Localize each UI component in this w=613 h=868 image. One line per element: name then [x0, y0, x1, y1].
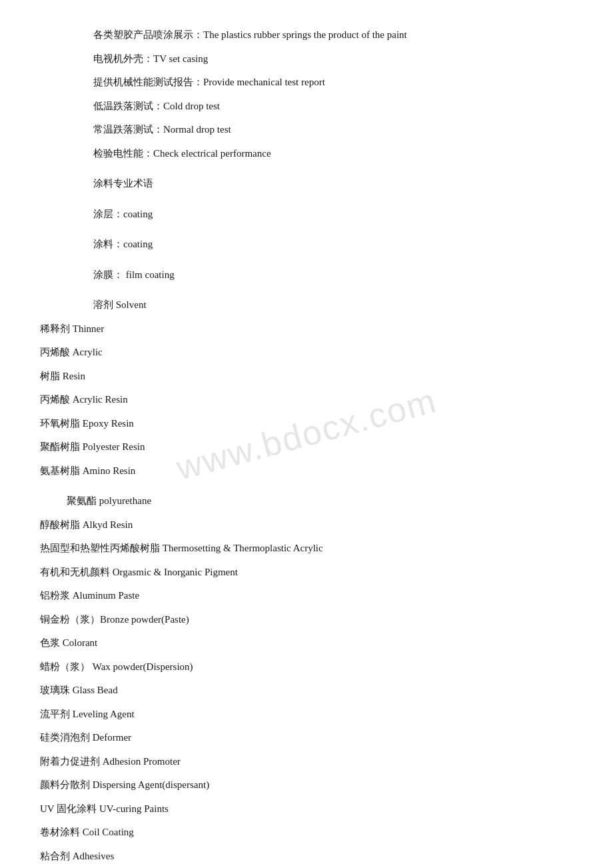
- content-line: 各类塑胶产品喷涂展示：The plastics rubber springs t…: [93, 27, 573, 44]
- content-line: 硅类消泡剂 Deformer: [40, 729, 573, 747]
- content-line: 提供机械性能测试报告：Provide mechanical test repor…: [93, 74, 573, 91]
- content-line: 丙烯酸 Acrylic: [40, 344, 573, 361]
- content-line: 树脂 Resin: [40, 368, 573, 385]
- content-line: 有机和无机颜料 Orgasmic & Inorganic Pigment: [40, 564, 573, 581]
- content-line: 涂料专业术语: [93, 175, 573, 193]
- content-line: 玻璃珠 Glass Bead: [40, 682, 573, 699]
- content-line: 聚氨酯 polyurethane: [67, 493, 573, 510]
- content-line: 卷材涂料 Coil Coating: [40, 824, 573, 841]
- content-line: 电视机外壳：TV set casing: [93, 51, 573, 68]
- content-line: UV 固化涂料 UV-curing Paints: [40, 801, 573, 818]
- content-line: 溶剂 Solvent: [93, 297, 573, 314]
- content-line: 稀释剂 Thinner: [40, 321, 573, 338]
- content-line: 铜金粉（浆）Bronze powder(Paste): [40, 611, 573, 629]
- content-line: 热固型和热塑性丙烯酸树脂 Thermosetting & Thermoplast…: [40, 540, 573, 557]
- content-line: 附着力促进剂 Adhesion Promoter: [40, 753, 573, 771]
- content-line: 低温跌落测试：Cold drop test: [93, 98, 573, 115]
- content-line: [40, 260, 573, 267]
- content-line: [40, 290, 573, 297]
- content-line: 色浆 Colorant: [40, 635, 573, 652]
- content-line: [40, 199, 573, 206]
- content-line: 粘合剂 Adhesives: [40, 848, 573, 865]
- content-line: 涂膜： film coating: [93, 267, 573, 284]
- content-line: 醇酸树脂 Alkyd Resin: [40, 517, 573, 534]
- content-line: [40, 169, 573, 175]
- content-line: 涂料：coating: [93, 236, 573, 253]
- content-line: 蜡粉（浆） Wax powder(Dispersion): [40, 659, 573, 676]
- content-line: 铝粉浆 Aluminum Paste: [40, 587, 573, 605]
- content-line: 环氧树脂 Epoxy Resin: [40, 415, 573, 433]
- content-line: 流平剂 Leveling Agent: [40, 706, 573, 723]
- content-line: 颜料分散剂 Dispersing Agent(dispersant): [40, 777, 573, 794]
- content-line: 氨基树脂 Amino Resin: [40, 463, 573, 480]
- content-line: 聚酯树脂 Polyester Resin: [40, 439, 573, 456]
- content-line: [40, 486, 573, 493]
- content-line: 常温跌落测试：Normal drop test: [93, 121, 573, 139]
- content-line: [40, 229, 573, 236]
- content-line: 丙烯酸 Acrylic Resin: [40, 391, 573, 409]
- content-area: www.bdocx.com 各类塑胶产品喷涂展示：The plastics ru…: [40, 27, 573, 868]
- content-line: 检验电性能：Check electrical performance: [93, 145, 573, 163]
- content-line: 涂层：coating: [93, 206, 573, 223]
